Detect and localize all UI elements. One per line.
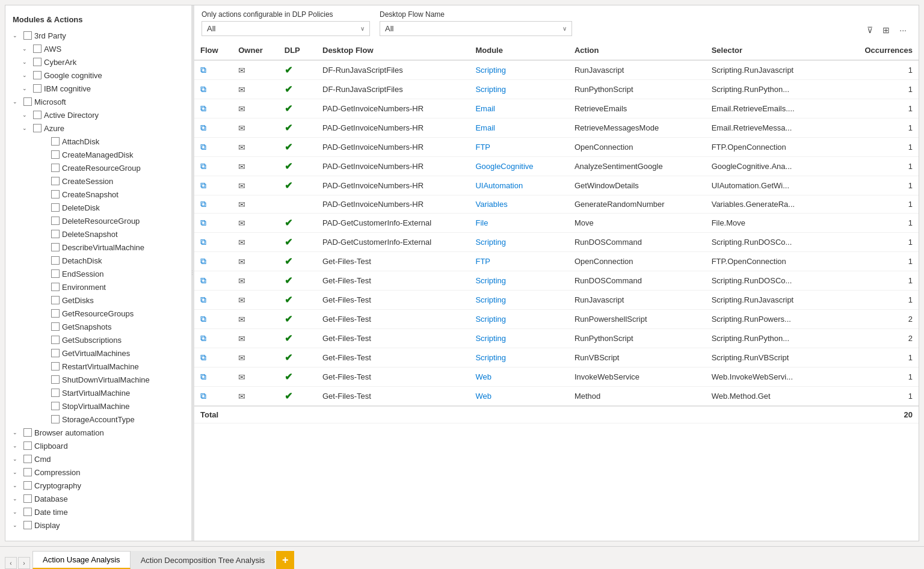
flow-link-icon[interactable]: ⧉	[200, 103, 206, 113]
checkbox-createsession[interactable]	[51, 177, 60, 185]
sidebar-item-getdisks[interactable]: GetDisks	[5, 294, 191, 307]
tree-toggle-datetime[interactable]: ⌄	[10, 509, 20, 515]
checkbox-cyberark[interactable]	[33, 58, 42, 66]
sidebar-item-startvirtualmachine[interactable]: StartVirtualMachine	[5, 386, 191, 399]
checkbox-azure[interactable]	[33, 124, 42, 132]
tree-toggle-cryptography[interactable]: ⌄	[10, 482, 20, 488]
tree-toggle-compression[interactable]: ⌄	[10, 469, 20, 475]
flow-link-icon[interactable]: ⧉	[200, 295, 206, 304]
flow-link-icon[interactable]: ⧉	[200, 180, 206, 190]
checkbox-datetime[interactable]	[23, 508, 32, 516]
checkbox-aws[interactable]	[33, 45, 42, 53]
tab-nav-left[interactable]: ‹	[5, 557, 17, 569]
flow-link-icon[interactable]: ⧉	[200, 352, 206, 362]
tree-toggle-activedirectory[interactable]: ⌄	[20, 112, 29, 118]
tree-toggle-azure[interactable]: ⌄	[20, 125, 29, 131]
checkbox-environment[interactable]	[51, 283, 60, 291]
sidebar-item-ibmcognitive[interactable]: ⌄IBM cognitive	[5, 82, 191, 95]
sidebar-item-attachdisk[interactable]: AttachDisk	[5, 135, 191, 148]
checkbox-stopvirtualmachine[interactable]	[51, 402, 60, 410]
sidebar-item-shutdownvirtualmachine[interactable]: ShutDownVirtualMachine	[5, 373, 191, 386]
filter1-dropdown[interactable]: All ∨	[202, 21, 370, 36]
checkbox-restartvirtualmachine[interactable]	[51, 362, 60, 371]
sidebar-item-environment[interactable]: Environment	[5, 280, 191, 294]
sidebar-item-cryptography[interactable]: ⌄Cryptography	[5, 479, 191, 492]
sidebar-item-deletesnapshot[interactable]: DeleteSnapshot	[5, 227, 191, 241]
module-link[interactable]: Web	[475, 392, 491, 401]
module-link[interactable]: Scripting	[475, 276, 506, 285]
module-link[interactable]: Scripting	[475, 334, 506, 343]
checkbox-describevirtualmachine[interactable]	[51, 243, 60, 251]
tree-toggle-googlecognitive[interactable]: ⌄	[20, 72, 29, 78]
sidebar-item-cyberark[interactable]: ⌄CyberArk	[5, 55, 191, 69]
checkbox-database[interactable]	[23, 494, 32, 503]
table-view-icon[interactable]: ⊞	[880, 24, 892, 36]
checkbox-cryptography[interactable]	[23, 481, 32, 490]
sidebar-item-deleteresourcegroup[interactable]: DeleteResourceGroup	[5, 214, 191, 227]
sidebar-item-clipboard[interactable]: ⌄Clipboard	[5, 439, 191, 452]
checkbox-googlecognitive[interactable]	[33, 71, 42, 79]
flow-link-icon[interactable]: ⧉	[200, 391, 206, 401]
module-link[interactable]: FTP	[475, 257, 490, 266]
flow-link-icon[interactable]: ⧉	[200, 314, 206, 324]
more-options-icon[interactable]: ···	[897, 24, 909, 36]
module-link[interactable]: Email	[475, 104, 495, 113]
tab-action-usage-analysis[interactable]: Action Usage Analysis	[32, 551, 131, 569]
module-link[interactable]: File	[475, 218, 488, 227]
checkbox-microsoft[interactable]	[23, 97, 32, 106]
checkbox-display[interactable]	[23, 521, 32, 529]
tree-toggle-aws[interactable]: ⌄	[20, 46, 29, 52]
module-link[interactable]: Scripting	[475, 85, 506, 94]
flow-link-icon[interactable]: ⧉	[200, 84, 206, 94]
checkbox-shutdownvirtualmachine[interactable]	[51, 375, 60, 384]
flow-link-icon[interactable]: ⧉	[200, 333, 206, 343]
module-link[interactable]: Scripting	[475, 238, 506, 247]
checkbox-ibmcognitive[interactable]	[33, 84, 42, 93]
checkbox-createmanageddisk[interactable]	[51, 150, 60, 159]
tab-nav-right[interactable]: ›	[18, 557, 30, 569]
flow-link-icon[interactable]: ⧉	[200, 275, 206, 285]
checkbox-clipboard[interactable]	[23, 441, 32, 450]
flow-link-icon[interactable]: ⧉	[200, 199, 206, 209]
sidebar-item-getsubscriptions[interactable]: GetSubscriptions	[5, 333, 191, 346]
sidebar-item-describevirtualmachine[interactable]: DescribeVirtualMachine	[5, 241, 191, 254]
flow-link-icon[interactable]: ⧉	[200, 123, 206, 132]
checkbox-3rdparty[interactable]	[23, 31, 32, 40]
module-link[interactable]: UIAutomation	[475, 181, 523, 190]
tree-toggle-3rdparty[interactable]: ⌄	[10, 32, 20, 38]
sidebar-item-microsoft[interactable]: ⌄Microsoft	[5, 95, 191, 108]
sidebar-item-compression[interactable]: ⌄Compression	[5, 466, 191, 479]
checkbox-deleteresourcegroup[interactable]	[51, 217, 60, 225]
sidebar-item-createmanageddisk[interactable]: CreateManagedDisk	[5, 148, 191, 161]
module-link[interactable]: Scripting	[475, 295, 506, 304]
sidebar-item-browserautomation[interactable]: ⌄Browser automation	[5, 426, 191, 439]
module-link[interactable]: FTP	[475, 143, 490, 152]
flow-link-icon[interactable]: ⧉	[200, 218, 206, 227]
flow-link-icon[interactable]: ⧉	[200, 161, 206, 171]
checkbox-activedirectory[interactable]	[33, 111, 42, 119]
module-link[interactable]: Scripting	[475, 353, 506, 362]
sidebar-item-createsnapshot[interactable]: CreateSnapshot	[5, 188, 191, 201]
checkbox-deletesnapshot[interactable]	[51, 230, 60, 238]
module-link[interactable]: GoogleCognitive	[475, 162, 533, 171]
sidebar-item-detachdisk[interactable]: DetachDisk	[5, 254, 191, 267]
sidebar-item-getvirtualmachines[interactable]: GetVirtualMachines	[5, 346, 191, 360]
sidebar-item-activedirectory[interactable]: ⌄Active Directory	[5, 108, 191, 121]
filter2-dropdown[interactable]: All ∨	[380, 21, 572, 36]
checkbox-startvirtualmachine[interactable]	[51, 389, 60, 397]
module-link[interactable]: Scripting	[475, 66, 506, 75]
module-link[interactable]: Email	[475, 123, 495, 132]
checkbox-getsubscriptions[interactable]	[51, 336, 60, 344]
flow-link-icon[interactable]: ⧉	[200, 372, 206, 381]
checkbox-browserautomation[interactable]	[23, 428, 32, 437]
checkbox-detachdisk[interactable]	[51, 256, 60, 265]
checkbox-storageaccounttype[interactable]	[51, 415, 60, 423]
sidebar-item-display[interactable]: ⌄Display	[5, 518, 191, 532]
flow-link-icon[interactable]: ⧉	[200, 142, 206, 152]
sidebar-item-azure[interactable]: ⌄Azure	[5, 121, 191, 135]
sidebar-item-googlecognitive[interactable]: ⌄Google cognitive	[5, 69, 191, 82]
tree-toggle-clipboard[interactable]: ⌄	[10, 443, 20, 449]
sidebar-item-stopvirtualmachine[interactable]: StopVirtualMachine	[5, 399, 191, 413]
checkbox-attachdisk[interactable]	[51, 137, 60, 146]
tree-toggle-browserautomation[interactable]: ⌄	[10, 429, 20, 435]
